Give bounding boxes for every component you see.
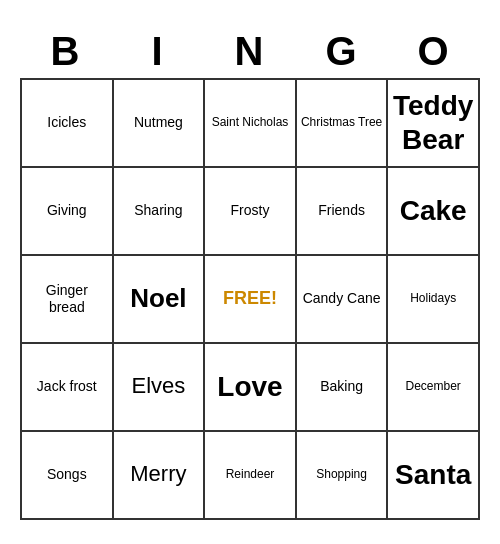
table-row: Sharing	[114, 168, 206, 256]
header-o: O	[388, 25, 480, 78]
table-row: Icicles	[22, 80, 114, 168]
bingo-grid: IciclesNutmegSaint NicholasChristmas Tre…	[20, 78, 480, 520]
header-g: G	[296, 25, 388, 78]
table-row: Santa	[388, 432, 480, 520]
table-row: FREE!	[205, 256, 297, 344]
table-row: Giving	[22, 168, 114, 256]
table-row: Frosty	[205, 168, 297, 256]
table-row: Ginger bread	[22, 256, 114, 344]
table-row: Nutmeg	[114, 80, 206, 168]
table-row: Christmas Tree	[297, 80, 389, 168]
header-i: I	[112, 25, 204, 78]
table-row: Reindeer	[205, 432, 297, 520]
table-row: Baking	[297, 344, 389, 432]
table-row: Noel	[114, 256, 206, 344]
table-row: Songs	[22, 432, 114, 520]
table-row: Holidays	[388, 256, 480, 344]
table-row: Jack frost	[22, 344, 114, 432]
bingo-card: B I N G O IciclesNutmegSaint NicholasChr…	[20, 25, 480, 520]
table-row: Friends	[297, 168, 389, 256]
table-row: Love	[205, 344, 297, 432]
table-row: Candy Cane	[297, 256, 389, 344]
header-n: N	[204, 25, 296, 78]
table-row: Elves	[114, 344, 206, 432]
table-row: Teddy Bear	[388, 80, 480, 168]
table-row: Shopping	[297, 432, 389, 520]
table-row: Saint Nicholas	[205, 80, 297, 168]
table-row: December	[388, 344, 480, 432]
header-b: B	[20, 25, 112, 78]
table-row: Cake	[388, 168, 480, 256]
table-row: Merry	[114, 432, 206, 520]
bingo-header: B I N G O	[20, 25, 480, 78]
